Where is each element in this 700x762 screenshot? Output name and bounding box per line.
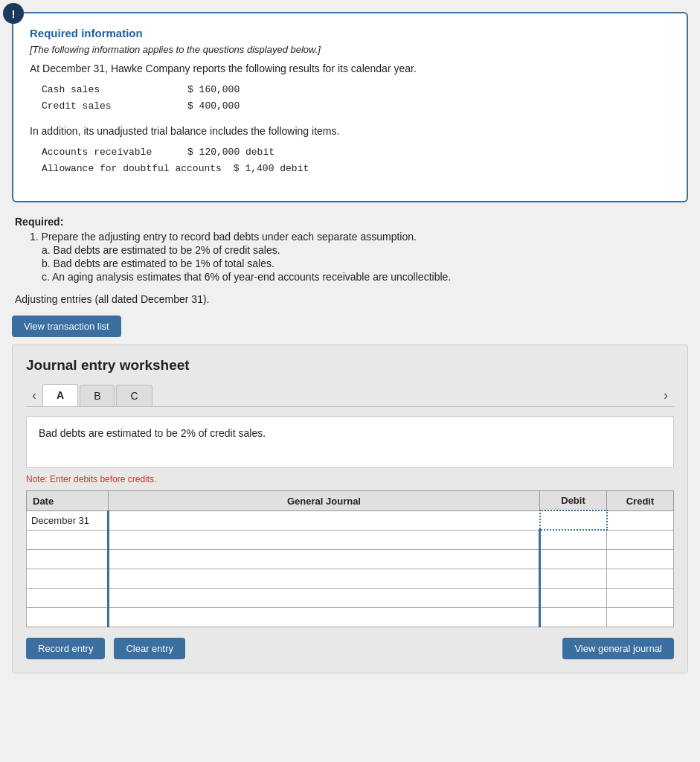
clear-entry-button[interactable]: Clear entry	[114, 638, 185, 659]
date-cell-4	[27, 569, 109, 588]
credit-cell-2[interactable]	[607, 530, 674, 549]
tab-next-button[interactable]: ›	[658, 385, 674, 406]
credit-cell-1[interactable]	[607, 510, 674, 530]
balance-value-1: $ 120,000 debit	[187, 144, 274, 161]
debit-input-6[interactable]	[541, 608, 606, 627]
date-cell-6	[27, 607, 109, 627]
table-row	[27, 530, 674, 549]
journal-table: Date General Journal Debit Credit Decemb…	[26, 490, 674, 627]
credit-input-2[interactable]	[607, 531, 673, 549]
sales-row-2: Credit sales $ 400,000	[42, 98, 670, 115]
debit-input-3[interactable]	[541, 550, 606, 569]
date-cell-5	[27, 588, 109, 607]
balance-row-1: Accounts receivable $ 120,000 debit	[42, 144, 670, 161]
record-entry-button[interactable]: Record entry	[26, 638, 105, 659]
tab-b[interactable]: B	[80, 385, 115, 406]
note-text: Note: Enter debits before credits.	[26, 474, 674, 484]
info-icon: !	[3, 3, 24, 24]
adj-label: Adjusting entries (all dated December 31…	[15, 293, 688, 305]
sales-value-1: $ 160,000	[187, 82, 240, 98]
required-sub-c: c. An aging analysis estimates that 6% o…	[42, 271, 685, 283]
required-item1: 1. Prepare the adjusting entry to record…	[30, 231, 685, 243]
journal-input-2[interactable]	[109, 531, 539, 549]
journal-input-1[interactable]	[109, 511, 539, 530]
tab-c[interactable]: C	[116, 385, 152, 406]
worksheet-box: Journal entry worksheet ‹ A B C › Bad de…	[12, 345, 688, 673]
header-debit: Debit	[540, 491, 607, 511]
balance-value-2: $ 1,400 debit	[234, 161, 309, 177]
journal-cell-2[interactable]	[109, 530, 540, 549]
required-heading: Required:	[15, 216, 685, 228]
balance-label-2: Allowance for doubtful accounts	[42, 161, 222, 177]
credit-input-5[interactable]	[607, 589, 673, 607]
table-row	[27, 588, 674, 607]
worksheet-title: Journal entry worksheet	[26, 357, 674, 374]
journal-cell-4[interactable]	[109, 569, 540, 588]
tabs-row: ‹ A B C ›	[26, 384, 674, 407]
action-buttons: Record entry Clear entry View general jo…	[26, 638, 674, 659]
table-row	[27, 549, 674, 569]
debit-input-2[interactable]	[541, 531, 606, 549]
sales-table: Cash sales $ 160,000 Credit sales $ 400,…	[42, 82, 670, 115]
balance-row-2: Allowance for doubtful accounts $ 1,400 …	[42, 161, 670, 177]
info-subtitle: [The following information applies to th…	[30, 44, 670, 55]
info-description: At December 31, Hawke Company reports th…	[30, 63, 670, 74]
journal-cell-5[interactable]	[109, 588, 540, 607]
journal-input-4[interactable]	[109, 569, 539, 588]
sales-label-1: Cash sales	[42, 82, 176, 98]
header-credit: Credit	[607, 491, 674, 511]
sales-label-2: Credit sales	[42, 98, 176, 115]
balance-note: In addition, its unadjusted trial balanc…	[30, 125, 670, 137]
tab-a[interactable]: A	[42, 384, 78, 406]
journal-input-6[interactable]	[109, 608, 539, 627]
balance-label-1: Accounts receivable	[42, 144, 176, 161]
credit-cell-3[interactable]	[607, 549, 674, 569]
credit-cell-4[interactable]	[607, 569, 674, 588]
debit-cell-3[interactable]	[540, 549, 607, 569]
view-general-journal-button[interactable]: View general journal	[562, 638, 674, 659]
header-date: Date	[27, 491, 109, 511]
credit-input-1[interactable]	[608, 511, 674, 530]
credit-cell-6[interactable]	[607, 607, 674, 627]
date-cell-3	[27, 549, 109, 569]
tab-prev-button[interactable]: ‹	[26, 385, 42, 406]
debit-cell-1[interactable]	[540, 510, 607, 530]
credit-cell-5[interactable]	[607, 588, 674, 607]
info-box: ! Required information [The following in…	[12, 12, 688, 202]
date-cell-2	[27, 530, 109, 549]
credit-input-3[interactable]	[607, 550, 673, 569]
journal-input-3[interactable]	[109, 550, 539, 569]
date-cell-1: December 31	[27, 510, 109, 530]
debit-cell-2[interactable]	[540, 530, 607, 549]
credit-input-6[interactable]	[607, 608, 673, 627]
table-row: December 31	[27, 510, 674, 530]
info-title: Required information	[30, 27, 670, 39]
debit-cell-6[interactable]	[540, 607, 607, 627]
date-value-1: December 31	[31, 515, 89, 526]
journal-cell-1[interactable]	[109, 510, 540, 530]
balance-table: Accounts receivable $ 120,000 debit Allo…	[42, 144, 670, 177]
debit-cell-4[interactable]	[540, 569, 607, 588]
journal-input-5[interactable]	[109, 589, 539, 607]
debit-cell-5[interactable]	[540, 588, 607, 607]
credit-input-4[interactable]	[607, 569, 673, 588]
debit-input-5[interactable]	[541, 589, 606, 607]
table-row	[27, 607, 674, 627]
required-sub-a: a. Bad debts are estimated to be 2% of c…	[42, 244, 685, 256]
required-sub-b: b. Bad debts are estimated to be 1% of t…	[42, 257, 685, 269]
view-transaction-button[interactable]: View transaction list	[12, 316, 121, 337]
debit-input-1[interactable]	[541, 511, 606, 529]
sales-value-2: $ 400,000	[187, 98, 240, 115]
table-header-row: Date General Journal Debit Credit	[27, 491, 674, 511]
journal-cell-6[interactable]	[109, 607, 540, 627]
journal-cell-3[interactable]	[109, 549, 540, 569]
page-container: ! Required information [The following in…	[12, 12, 688, 673]
sales-row-1: Cash sales $ 160,000	[42, 82, 670, 98]
description-text: Bad debts are estimated to be 2% of cred…	[39, 427, 266, 439]
required-section: Required: 1. Prepare the adjusting entry…	[12, 216, 688, 283]
header-journal: General Journal	[109, 491, 540, 511]
table-row	[27, 569, 674, 588]
debit-input-4[interactable]	[541, 569, 606, 588]
description-box: Bad debts are estimated to be 2% of cred…	[26, 416, 674, 468]
